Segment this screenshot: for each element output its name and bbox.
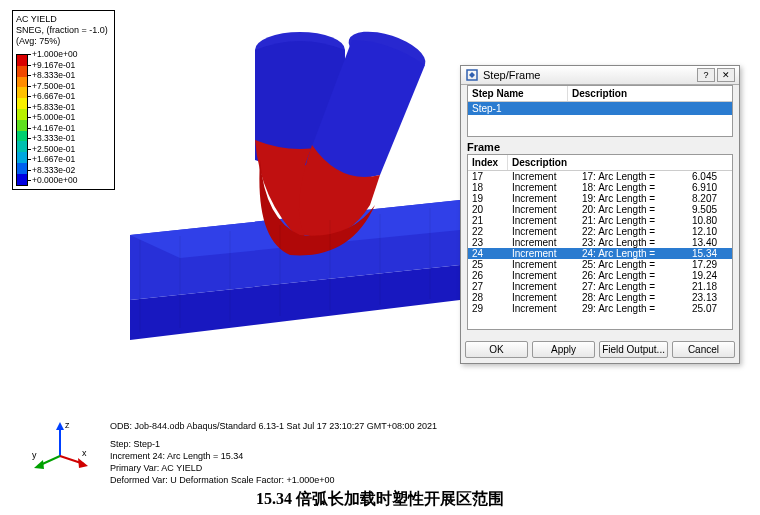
increment-line: Increment 24: Arc Length = 15.34	[110, 450, 437, 462]
frame-row[interactable]: 25Increment25: Arc Length =17.29	[468, 259, 732, 270]
step-line: Step: Step-1	[110, 438, 437, 450]
legend-color-bar	[16, 54, 28, 186]
help-button[interactable]: ?	[697, 68, 715, 82]
frame-section-label: Frame	[461, 137, 739, 154]
frame-col-desc: Description	[508, 155, 732, 170]
step-frame-dialog: Step/Frame ? ✕ Step Name Description Ste…	[460, 65, 740, 364]
primaryvar-line: Primary Var: AC YIELD	[110, 462, 437, 474]
svg-text:x: x	[82, 448, 87, 458]
odb-line: ODB: Job-844.odb Abaqus/Standard 6.13-1 …	[110, 420, 437, 432]
frame-row[interactable]: 17Increment17: Arc Length =6.045	[468, 171, 732, 182]
status-block: ODB: Job-844.odb Abaqus/Standard 6.13-1 …	[110, 420, 437, 486]
step-col-name: Step Name	[468, 86, 568, 101]
deformedvar-line: Deformed Var: U Deformation Scale Factor…	[110, 474, 437, 486]
cancel-button[interactable]: Cancel	[672, 341, 735, 358]
frame-row[interactable]: 28Increment28: Arc Length =23.13	[468, 292, 732, 303]
frame-list[interactable]: Index Description 17Increment17: Arc Len…	[467, 154, 733, 330]
frame-row[interactable]: 18Increment18: Arc Length =6.910	[468, 182, 732, 193]
figure-caption: 15.34 倍弧长加载时塑性开展区范围	[0, 489, 760, 510]
dialog-titlebar[interactable]: Step/Frame ? ✕	[461, 66, 739, 85]
frame-row[interactable]: 19Increment19: Arc Length =8.207	[468, 193, 732, 204]
legend-title: AC YIELD SNEG, (fraction = -1.0) (Avg: 7…	[16, 14, 108, 47]
frame-row[interactable]: 24Increment24: Arc Length =15.34	[468, 248, 732, 259]
apply-button[interactable]: Apply	[532, 341, 595, 358]
frame-row[interactable]: 20Increment20: Arc Length =9.505	[468, 204, 732, 215]
frame-row[interactable]: 27Increment27: Arc Length =21.18	[468, 281, 732, 292]
step-list[interactable]: Step Name Description Step-1	[467, 85, 733, 137]
frame-body[interactable]: 17Increment17: Arc Length =6.04518Increm…	[468, 171, 732, 316]
field-output-button[interactable]: Field Output...	[599, 341, 668, 358]
svg-marker-16	[56, 422, 64, 430]
svg-marker-19	[34, 460, 44, 469]
frame-row[interactable]: 29Increment29: Arc Length =25.07	[468, 303, 732, 314]
frame-col-index: Index	[468, 155, 508, 170]
legend-ticks: +1.000e+00+9.167e-01+8.333e-01+7.500e-01…	[28, 49, 77, 186]
frame-row[interactable]: 23Increment23: Arc Length =13.40	[468, 237, 732, 248]
svg-marker-22	[78, 458, 88, 468]
frame-row[interactable]: 22Increment22: Arc Length =12.10	[468, 226, 732, 237]
step-row[interactable]: Step-1	[468, 102, 732, 115]
close-button[interactable]: ✕	[717, 68, 735, 82]
dialog-icon	[465, 68, 479, 82]
frame-row[interactable]: 26Increment26: Arc Length =19.24	[468, 270, 732, 281]
legend-box: AC YIELD SNEG, (fraction = -1.0) (Avg: 7…	[12, 10, 115, 190]
dialog-title-text: Step/Frame	[483, 69, 540, 81]
frame-row[interactable]: 21Increment21: Arc Length =10.80	[468, 215, 732, 226]
coord-triad: z y x	[30, 418, 90, 472]
svg-text:z: z	[65, 420, 70, 430]
step-col-desc: Description	[568, 86, 732, 101]
ok-button[interactable]: OK	[465, 341, 528, 358]
svg-text:y: y	[32, 450, 37, 460]
